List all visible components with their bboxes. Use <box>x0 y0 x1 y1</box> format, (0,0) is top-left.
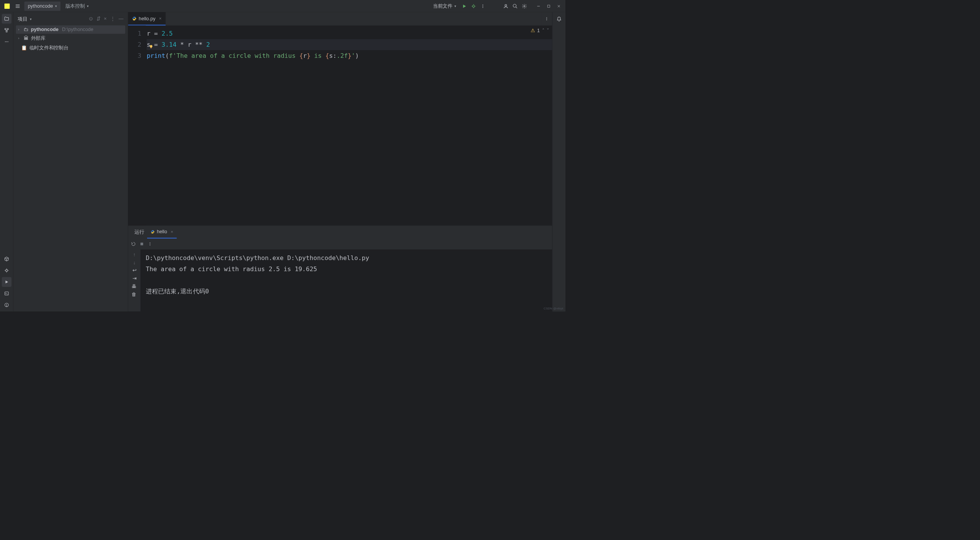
warning-count: 1 <box>537 28 540 33</box>
svg-point-37 <box>546 18 547 19</box>
line-number: 2 <box>128 39 146 50</box>
maximize-button[interactable] <box>544 2 554 10</box>
run-tab-name: hello <box>157 229 167 234</box>
settings-icon[interactable] <box>520 2 529 10</box>
library-icon: 🏛 <box>24 36 29 41</box>
scroll-end-icon[interactable]: ⇥ <box>132 276 136 281</box>
svg-point-38 <box>546 20 547 20</box>
line-number-gutter: 1 2 3 <box>128 25 146 225</box>
more-tools-icon[interactable] <box>2 37 11 46</box>
debug-button[interactable] <box>469 2 478 10</box>
inspection-widget[interactable]: ⚠ 1 ˄ ˅ <box>531 28 549 33</box>
notifications-icon[interactable] <box>555 15 564 24</box>
soft-wrap-icon[interactable]: ↩ <box>132 268 136 273</box>
problems-button[interactable] <box>2 300 11 310</box>
vcs-selector[interactable]: 版本控制 ▾ <box>62 1 92 11</box>
console-output[interactable]: D:\pythoncode\venv\Scripts\python.exe D:… <box>140 249 552 311</box>
project-name: pythoncode <box>28 3 53 9</box>
expand-all-icon[interactable]: ⇵ <box>96 16 100 22</box>
project-panel: 项目 ▾ ⊙ ⇵ × ⋮ — › 🗀 pythoncode D:\pythonc… <box>13 12 128 312</box>
hide-panel-icon[interactable]: — <box>119 16 124 22</box>
structure-tool-button[interactable] <box>2 25 11 35</box>
panel-title: 项目 <box>18 15 28 22</box>
up-icon[interactable]: ↑ <box>133 252 136 257</box>
close-button[interactable] <box>554 2 564 10</box>
folder-icon: 🗀 <box>24 27 29 33</box>
chevron-down-icon[interactable]: ▾ <box>30 17 32 21</box>
svg-point-10 <box>482 7 483 8</box>
chevron-down-icon: ▾ <box>87 4 89 8</box>
python-file-icon <box>132 16 137 21</box>
code-content[interactable]: r = 2.5s = 3.14 * r ** 2print(f'The area… <box>146 25 552 225</box>
editor-tab[interactable]: hello.py × <box>128 12 166 26</box>
minimize-button[interactable] <box>534 2 543 10</box>
services-button[interactable] <box>2 266 11 275</box>
project-selector[interactable]: pythoncode ▾ <box>24 2 60 11</box>
svg-point-25 <box>6 41 7 42</box>
left-tool-rail <box>0 12 13 312</box>
svg-point-3 <box>472 5 474 7</box>
chevron-down-icon: ▾ <box>55 4 57 8</box>
svg-point-9 <box>482 6 483 7</box>
print-icon[interactable]: 🖶 <box>132 283 137 289</box>
select-opened-icon[interactable]: ⊙ <box>89 16 93 22</box>
panel-options-icon[interactable]: ⋮ <box>110 16 115 22</box>
line-number: 1 <box>128 28 146 39</box>
project-root-path: D:\pythoncode <box>62 27 93 33</box>
svg-point-36 <box>546 17 547 18</box>
editor-tab-bar: hello.py × <box>128 12 552 26</box>
external-libs-label: 外部库 <box>31 35 46 42</box>
warning-icon: ⚠ <box>531 28 535 33</box>
app-logo <box>5 3 10 9</box>
run-panel-label: 运行 <box>131 226 147 238</box>
close-tab-icon[interactable]: × <box>159 16 162 21</box>
run-panel: 运行 hello × <box>128 226 552 312</box>
svg-point-8 <box>482 5 483 5</box>
title-bar: pythoncode ▾ 版本控制 ▾ 当前文件 ▾ <box>0 0 565 12</box>
right-tool-rail <box>552 12 566 312</box>
watermark: CSDN @xttrpt <box>544 307 563 310</box>
project-root-item[interactable]: › 🗀 pythoncode D:\pythoncode <box>16 25 126 34</box>
svg-point-24 <box>5 41 6 42</box>
search-icon[interactable] <box>511 2 519 10</box>
more-actions-icon[interactable] <box>479 2 487 10</box>
more-run-options-icon[interactable] <box>148 242 152 246</box>
close-run-tab-icon[interactable]: × <box>171 229 173 234</box>
svg-point-26 <box>7 41 8 42</box>
console-side-tools: ↑ ↓ ↩ ⇥ 🖶 🗑 <box>128 249 140 311</box>
tab-more-icon[interactable] <box>541 12 552 26</box>
expand-arrow-icon[interactable]: › <box>18 28 21 31</box>
svg-point-27 <box>5 270 7 272</box>
svg-rect-19 <box>5 28 6 29</box>
rerun-icon[interactable] <box>131 242 136 246</box>
svg-rect-41 <box>140 243 143 245</box>
python-packages-button[interactable] <box>2 254 11 264</box>
external-libs-item[interactable]: › 🏛 外部库 <box>16 34 126 43</box>
terminal-button[interactable] <box>2 289 11 298</box>
scratches-label: 临时文件和控制台 <box>29 44 69 51</box>
run-toolbar <box>128 239 552 250</box>
editor-area: hello.py × 1 2 3 r = 2.5s = 3.14 * r ** … <box>128 12 552 312</box>
tab-filename: hello.py <box>139 16 155 21</box>
main-menu-icon[interactable] <box>15 3 20 9</box>
stop-icon[interactable] <box>140 242 144 245</box>
next-highlight-icon[interactable]: ˅ <box>547 28 549 33</box>
run-config-label: 当前文件 <box>433 3 452 9</box>
code-editor[interactable]: 1 2 3 r = 2.5s = 3.14 * r ** 2print(f'Th… <box>128 25 552 225</box>
project-tool-button[interactable] <box>2 14 11 23</box>
prev-highlight-icon[interactable]: ˄ <box>542 28 544 33</box>
svg-point-14 <box>524 5 525 7</box>
run-tool-button[interactable] <box>2 277 11 287</box>
svg-rect-20 <box>7 28 8 29</box>
svg-point-35 <box>6 306 7 306</box>
run-config-selector[interactable]: 当前文件 ▾ <box>430 1 459 11</box>
expand-arrow-icon[interactable]: › <box>18 36 21 40</box>
code-with-me-icon[interactable] <box>501 2 510 10</box>
intention-bulb-icon[interactable] <box>149 44 154 49</box>
collapse-all-icon[interactable]: × <box>104 16 106 22</box>
run-tab[interactable]: hello × <box>147 226 176 238</box>
scratches-item[interactable]: 📋 临时文件和控制台 <box>16 43 126 52</box>
run-button[interactable] <box>460 2 469 10</box>
clear-icon[interactable]: 🗑 <box>132 291 137 297</box>
down-icon[interactable]: ↓ <box>133 260 136 265</box>
